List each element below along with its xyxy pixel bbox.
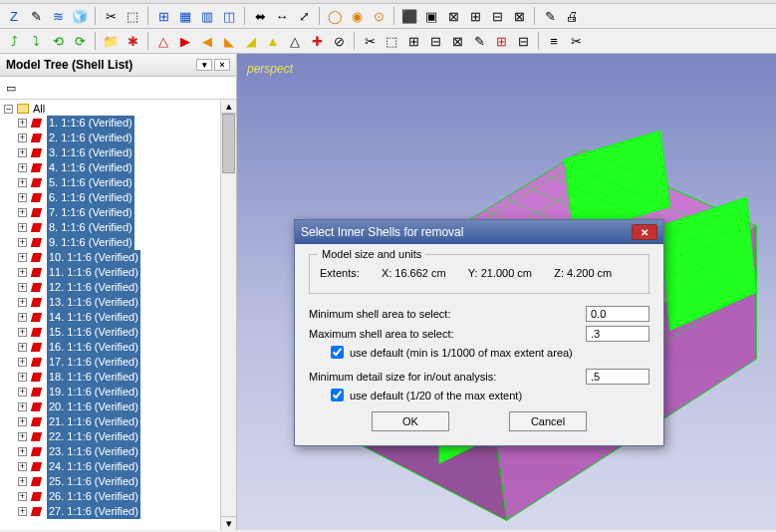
expand-icon[interactable]: + (18, 268, 27, 277)
tree-item[interactable]: +12. 1:1:6 (Verified) (0, 280, 220, 295)
tree-item[interactable]: +5. 1:1:6 (Verified) (0, 175, 220, 190)
tree-item[interactable]: +10. 1:1:6 (Verified) (0, 250, 220, 265)
tree-item[interactable]: +22. 1:1:6 (Verified) (0, 429, 220, 444)
tool-move-icon[interactable]: ⬌ (250, 6, 270, 26)
tree-item[interactable]: +13. 1:1:6 (Verified) (0, 295, 220, 310)
expand-icon[interactable]: + (18, 148, 27, 157)
tool-box4-icon[interactable]: ⊞ (465, 6, 485, 26)
tool-grid1-icon[interactable]: ⊞ (153, 6, 173, 26)
dialog-titlebar[interactable]: Select Inner Shells for removal ✕ (295, 220, 663, 244)
tool-g6-icon[interactable]: ⊟ (513, 31, 533, 51)
tree-item[interactable]: +6. 1:1:6 (Verified) (0, 190, 220, 205)
tool-cut2-icon[interactable]: ✂ (360, 31, 380, 51)
expand-icon[interactable]: + (18, 507, 27, 516)
tool-select-icon[interactable]: ⬚ (123, 6, 142, 26)
expand-icon[interactable]: + (18, 402, 27, 411)
tool-cube-icon[interactable]: 🧊 (70, 6, 90, 26)
expand-icon[interactable]: + (18, 298, 27, 307)
expand-icon[interactable]: + (18, 119, 27, 128)
expand-icon[interactable]: – (4, 105, 13, 114)
tree-item[interactable]: +23. 1:1:6 (Verified) (0, 444, 220, 459)
cancel-button[interactable]: Cancel (509, 411, 587, 431)
tool-resize-icon[interactable]: ↔ (272, 6, 292, 26)
tree-item[interactable]: +17. 1:1:6 (Verified) (0, 355, 220, 370)
tree-item[interactable]: +18. 1:1:6 (Verified) (0, 370, 220, 385)
tree-item[interactable]: +9. 1:1:6 (Verified) (0, 235, 220, 250)
tool-grid3-icon[interactable]: ▥ (197, 6, 217, 26)
tree-item[interactable]: +8. 1:1:6 (Verified) (0, 220, 220, 235)
tool-grid4-icon[interactable]: ◫ (219, 6, 239, 26)
min-area-input[interactable] (586, 306, 649, 322)
scroll-down-icon[interactable]: ▾ (221, 516, 236, 530)
use-default-area-checkbox[interactable] (331, 346, 344, 359)
expand-icon[interactable]: + (18, 432, 27, 441)
tree-item[interactable]: +15. 1:1:6 (Verified) (0, 325, 220, 340)
tree-item[interactable]: +2. 1:1:6 (Verified) (0, 131, 220, 145)
tool-scale-icon[interactable]: ⤢ (294, 6, 314, 26)
tree-item[interactable]: +24. 1:1:6 (Verified) (0, 459, 220, 474)
tree-item[interactable]: +19. 1:1:6 (Verified) (0, 385, 220, 399)
max-area-input[interactable] (586, 326, 649, 342)
expand-icon[interactable]: + (18, 178, 27, 187)
expand-icon[interactable]: + (18, 477, 27, 486)
tool-tri2-icon[interactable]: ▶ (175, 31, 195, 51)
expand-icon[interactable]: + (18, 163, 27, 172)
ok-button[interactable]: OK (372, 411, 449, 431)
expand-icon[interactable]: + (18, 358, 27, 367)
tool-g3-icon[interactable]: ⊠ (447, 31, 467, 51)
expand-icon[interactable]: + (18, 328, 27, 337)
use-default-detail-checkbox[interactable] (331, 389, 344, 401)
panel-dropdown-icon[interactable]: ▾ (196, 59, 212, 71)
tree-item[interactable]: +25. 1:1:6 (Verified) (0, 474, 220, 489)
tool-print-icon[interactable]: 🖨 (562, 6, 582, 26)
expand-icon[interactable]: + (18, 447, 27, 456)
tree-item[interactable]: +14. 1:1:6 (Verified) (0, 310, 220, 325)
tool-g4-icon[interactable]: ✎ (469, 31, 489, 51)
tool-sel2-icon[interactable]: ⬚ (382, 31, 401, 51)
tree-root[interactable]: – All (0, 102, 220, 116)
expand-icon[interactable]: + (18, 133, 27, 142)
tool-tri3-icon[interactable]: ◀ (197, 31, 217, 51)
tool-box6-icon[interactable]: ⊠ (509, 6, 529, 26)
tool-grid2-icon[interactable]: ▦ (175, 6, 195, 26)
expand-icon[interactable]: + (18, 223, 27, 232)
tool-box2-icon[interactable]: ▣ (421, 6, 441, 26)
tool-tri4-icon[interactable]: ◣ (219, 31, 239, 51)
tool-box1-icon[interactable]: ⬛ (399, 6, 419, 26)
tool-cut-icon[interactable]: ✂ (101, 6, 121, 26)
scroll-up-icon[interactable]: ▴ (221, 100, 236, 114)
tree-item[interactable]: +4. 1:1:6 (Verified) (0, 160, 220, 175)
tool-redo-icon[interactable]: ⤵ (26, 31, 46, 51)
tool-waves-icon[interactable]: ≋ (48, 6, 68, 26)
tool-tri7-icon[interactable]: △ (285, 31, 305, 51)
expand-icon[interactable]: + (18, 373, 27, 382)
tool-tri1-icon[interactable]: △ (153, 31, 173, 51)
expand-icon[interactable]: + (18, 388, 27, 397)
expand-icon[interactable]: + (18, 253, 27, 262)
tool-undo-icon[interactable]: ⤴ (4, 31, 24, 51)
tool-box5-icon[interactable]: ⊟ (487, 6, 507, 26)
tree-item[interactable]: +21. 1:1:6 (Verified) (0, 414, 220, 429)
tree-item[interactable]: +7. 1:1:6 (Verified) (0, 205, 220, 220)
expand-icon[interactable]: + (18, 492, 27, 501)
tool-slash-icon[interactable]: ⊘ (329, 31, 349, 51)
tool-rot2-icon[interactable]: ⟳ (70, 31, 90, 51)
scroll-thumb[interactable] (222, 114, 235, 173)
tree-item[interactable]: +20. 1:1:6 (Verified) (0, 399, 220, 414)
tool-list-icon[interactable]: ≡ (544, 31, 564, 51)
tool-tri6-icon[interactable]: ▲ (263, 31, 283, 51)
tree-item[interactable]: +27. 1:1:6 (Verified) (0, 504, 220, 519)
tool-trim-icon[interactable]: ✂ (566, 31, 586, 51)
tool-tri5-icon[interactable]: ◢ (241, 31, 261, 51)
panel-close-icon[interactable]: × (214, 59, 230, 71)
tool-g2-icon[interactable]: ⊟ (425, 31, 445, 51)
tool-star-icon[interactable]: ✱ (123, 31, 142, 51)
tool-circle2-icon[interactable]: ◉ (347, 6, 367, 26)
expand-icon[interactable]: + (18, 208, 27, 217)
tool-g5-icon[interactable]: ⊞ (491, 31, 511, 51)
tree-item[interactable]: +1. 1:1:6 (Verified) (0, 116, 220, 131)
expand-icon[interactable]: + (18, 343, 27, 352)
expand-icon[interactable]: + (18, 462, 27, 471)
model-tree[interactable]: – All +1. 1:1:6 (Verified)+2. 1:1:6 (Ver… (0, 100, 220, 530)
tool-circle3-icon[interactable]: ⊙ (369, 6, 388, 26)
